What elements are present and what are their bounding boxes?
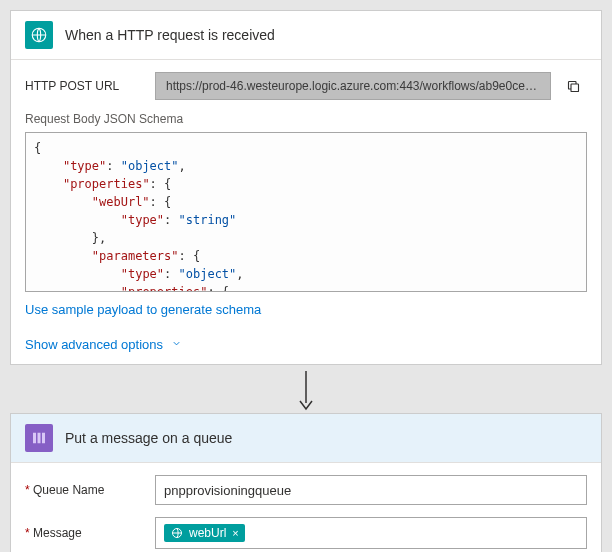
svg-rect-5 <box>42 433 45 444</box>
sample-payload-link[interactable]: Use sample payload to generate schema <box>25 302 261 317</box>
http-url-label: HTTP POST URL <box>25 79 155 93</box>
queue-action-card: Put a message on a queue Queue Name pnpp… <box>10 413 602 552</box>
queue-action-title: Put a message on a queue <box>65 430 232 446</box>
http-trigger-header[interactable]: When a HTTP request is received <box>11 11 601 60</box>
http-trigger-title: When a HTTP request is received <box>65 27 275 43</box>
weburl-token[interactable]: webUrl × <box>164 524 245 542</box>
show-advanced-link[interactable]: Show advanced options <box>25 337 182 352</box>
http-url-value[interactable]: https://prod-46.westeurope.logic.azure.c… <box>155 72 551 100</box>
remove-token-button[interactable]: × <box>232 527 238 539</box>
queue-name-input[interactable]: pnpprovisioningqueue <box>155 475 587 505</box>
schema-label: Request Body JSON Schema <box>25 112 587 126</box>
queue-action-header[interactable]: Put a message on a queue <box>11 414 601 463</box>
queue-name-label: Queue Name <box>25 483 155 497</box>
http-icon <box>170 526 184 540</box>
svg-rect-4 <box>38 433 41 444</box>
copy-url-button[interactable] <box>559 72 587 100</box>
queue-icon <box>25 424 53 452</box>
queue-action-body: Queue Name pnpprovisioningqueue Message … <box>11 463 601 552</box>
connector-arrow <box>10 365 602 413</box>
svg-rect-1 <box>571 84 579 92</box>
copy-icon <box>566 79 581 94</box>
http-trigger-card: When a HTTP request is received HTTP POS… <box>10 10 602 365</box>
http-trigger-body: HTTP POST URL https://prod-46.westeurope… <box>11 60 601 364</box>
message-input[interactable]: webUrl × <box>155 517 587 549</box>
message-label: Message <box>25 526 155 540</box>
http-icon <box>25 21 53 49</box>
svg-rect-3 <box>33 433 36 444</box>
schema-editor[interactable]: { "type": "object", "properties": { "web… <box>25 132 587 292</box>
chevron-down-icon <box>171 337 182 352</box>
